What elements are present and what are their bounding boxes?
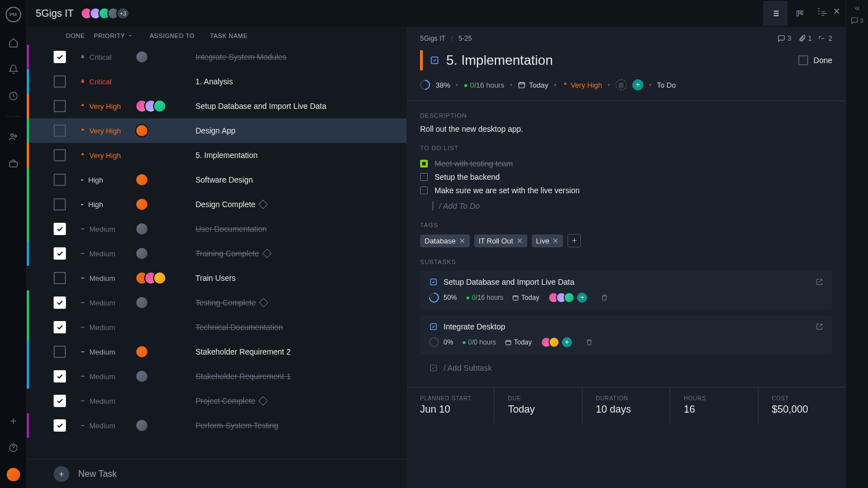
task-name-cell[interactable]: Setup Database and Import Live Data [195,102,402,111]
status-label[interactable]: To Do [657,81,676,89]
due-date[interactable]: Today [518,81,549,89]
assignee-cell[interactable] [135,247,195,260]
task-row[interactable]: Very High 5. Implementation [27,143,407,168]
tag[interactable]: IT Roll Out✕ [474,235,527,247]
board-view-tab[interactable] [788,1,812,26]
add-todo-input[interactable]: / Add To Do [420,202,832,210]
todo-item[interactable]: Meet with testing team [420,157,832,170]
task-row[interactable]: Medium Train Users [27,266,407,290]
task-row[interactable]: Critical 1. Analysis [27,69,407,94]
task-row[interactable]: Medium Stakeholder Requirement 1 [27,364,407,389]
task-name-cell[interactable]: User Documentation [195,224,402,233]
done-checkbox[interactable] [54,75,66,88]
comments-count[interactable]: 3 [778,35,791,42]
task-row[interactable]: Medium Perform System Testing [27,413,407,438]
attachments-count[interactable]: 1 [798,35,812,42]
task-name-cell[interactable]: 1. Analysis [195,77,402,86]
due-cell[interactable]: DUEToday [494,387,582,423]
col-assigned[interactable]: ASSIGNED TO [150,32,210,39]
clock-icon[interactable] [7,89,20,103]
done-checkbox[interactable] [54,51,66,63]
more-menu-icon[interactable] [814,7,823,16]
task-row[interactable]: Critical Integrate System Modules [27,45,407,69]
add-assignee-button[interactable]: + [562,337,572,347]
more-members-badge[interactable]: +3 [116,7,130,20]
cost-cell[interactable]: COST$50,000 [759,387,846,423]
crumb-task-id[interactable]: 5-25 [459,35,472,42]
task-name-cell[interactable]: Project Complete [195,396,402,405]
remove-tag-icon[interactable]: ✕ [517,237,523,245]
priority-cell[interactable]: Medium [79,422,135,430]
done-toggle[interactable]: Done [798,55,832,65]
done-checkbox[interactable] [54,419,66,432]
task-row[interactable]: High Design Complete [27,192,407,217]
task-name-cell[interactable]: Testing Complete [195,298,402,307]
priority-cell[interactable]: Medium [79,299,135,307]
list-view-tab[interactable] [763,1,788,26]
open-subtask-icon[interactable] [815,323,823,331]
task-row[interactable]: Very High Design App [27,118,407,143]
assignee-cell[interactable] [135,198,195,211]
assignee-placeholder-icon[interactable]: @ [616,79,627,90]
priority-cell[interactable]: Medium [79,274,135,283]
subtasks-count[interactable]: 2 [818,35,832,42]
assignee-cell[interactable] [135,370,195,383]
delete-subtask-icon[interactable] [600,294,608,302]
task-name-cell[interactable]: Stakeholder Requirement 1 [195,372,402,381]
priority-badge[interactable]: Very High [562,81,602,89]
done-checkbox[interactable] [54,198,66,210]
task-name-cell[interactable]: Software Design [195,175,402,184]
close-icon[interactable] [832,7,841,16]
done-checkbox[interactable] [54,149,66,161]
assignee-cell[interactable] [135,222,195,236]
task-row[interactable]: Medium Technical Documentation [27,315,407,339]
add-tag-button[interactable]: + [567,234,581,247]
priority-cell[interactable]: Medium [79,397,135,405]
priority-cell[interactable]: Critical [79,53,135,61]
task-name-cell[interactable]: Design App [195,126,402,135]
app-logo-icon[interactable]: PM [6,7,21,22]
done-checkbox[interactable] [54,100,66,112]
todo-item[interactable]: Make sure we are set with the live versi… [420,184,832,197]
task-row[interactable]: Medium Testing Complete [27,290,407,315]
task-title[interactable]: 5. Implementation [446,52,553,68]
open-subtask-icon[interactable] [815,278,823,286]
crumb-project[interactable]: 5Gigs IT [420,35,445,42]
task-row[interactable]: High Software Design [27,168,407,192]
delete-subtask-icon[interactable] [585,338,593,346]
priority-cell[interactable]: Medium [79,348,135,356]
priority-cell[interactable]: Medium [79,250,135,258]
done-checkbox[interactable] [54,395,66,407]
planned-start-cell[interactable]: PLANNED STARTJun 10 [407,387,494,423]
done-checkbox[interactable] [54,174,66,186]
col-priority[interactable]: PRIORITY [94,32,150,39]
subtask-card[interactable]: Integrate Desktop 0% ● 0/0 hours Today + [420,315,832,355]
help-icon[interactable] [7,441,20,454]
subtask-card[interactable]: Setup Database and Import Live Data 50% … [420,271,832,310]
done-checkbox[interactable] [54,370,66,382]
task-row[interactable]: Very High Setup Database and Import Live… [27,94,407,118]
priority-cell[interactable]: Very High [79,102,135,111]
progress-pct[interactable]: 38% [436,81,450,89]
col-done[interactable]: DONE [66,32,94,39]
hours-cell[interactable]: HOURS16 [670,387,758,423]
add-assignee-button[interactable]: + [632,79,643,90]
task-row[interactable]: Medium Stakeholder Requirement 2 [27,339,407,364]
assignee-cell[interactable] [135,50,195,64]
briefcase-icon[interactable] [7,157,20,170]
project-members[interactable]: +3 [80,7,130,20]
description-text[interactable]: Roll out the new desktop app. [420,125,832,133]
done-checkbox[interactable] [54,272,66,284]
task-name-cell[interactable]: Train Users [195,274,402,283]
done-checkbox[interactable] [54,346,66,358]
task-row[interactable]: Medium Project Complete [27,389,407,413]
assignee-cell[interactable] [135,99,195,113]
priority-cell[interactable]: Medium [79,225,135,233]
done-checkbox[interactable] [798,55,808,65]
tag[interactable]: Live✕ [532,235,564,247]
priority-cell[interactable]: Very High [79,127,135,135]
task-name-cell[interactable]: Integrate System Modules [195,52,402,61]
todo-checkbox[interactable] [420,173,428,181]
tag[interactable]: Database✕ [420,235,470,247]
remove-tag-icon[interactable]: ✕ [459,237,465,245]
